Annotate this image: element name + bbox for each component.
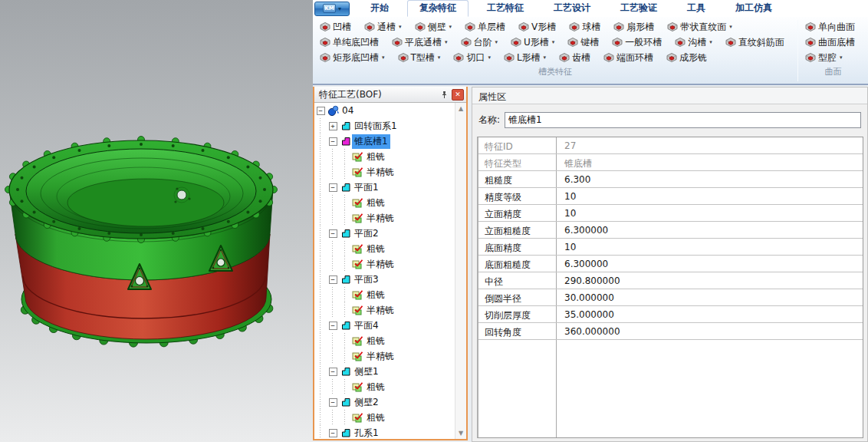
ribbon-button-平底通槽[interactable]: 平底通槽▾ (390, 35, 449, 50)
collapse-toggle[interactable]: − (327, 226, 339, 241)
pin-icon[interactable] (438, 89, 450, 101)
close-icon[interactable]: ✕ (452, 89, 464, 101)
ribbon-button-L形槽[interactable]: L形槽▾ (502, 51, 547, 65)
ribbon-button-型腔[interactable]: 型腔▾ (804, 51, 844, 65)
scroll-down-icon[interactable]: ▼ (459, 427, 463, 439)
ribbon-button-扇形槽[interactable]: 扇形槽 (612, 20, 656, 35)
property-row-底面精度[interactable]: 底面精度10 (478, 239, 863, 256)
dropdown-caret-icon: ▾ (399, 24, 402, 30)
dropdown-caret-icon: ▾ (445, 39, 448, 45)
properties-table: 特征ID27特征类型锥底槽粗糙度6.300精度等级10立面精度10立面粗糙度6.… (477, 137, 863, 438)
tree-item-侧壁2[interactable]: −侧壁2 (314, 394, 455, 410)
tree-item-锥底槽1[interactable]: −锥底槽1 (314, 134, 455, 149)
ribbon-button-曲面底槽[interactable]: 曲面底槽 (804, 35, 856, 50)
tab-复杂特征[interactable]: 复杂特征 (407, 0, 469, 17)
tree-item-侧壁1[interactable]: −侧壁1 (314, 364, 455, 379)
tree-item-label: 孔系1 (352, 426, 381, 440)
collapse-toggle[interactable]: − (327, 364, 339, 379)
ribbon-button-一般环槽[interactable]: 一般环槽 (610, 35, 663, 50)
feature-name-input[interactable] (505, 112, 861, 128)
tree-item-粗铣[interactable]: 粗铣 (314, 379, 455, 394)
tree-item-粗铣[interactable]: 粗铣 (314, 241, 455, 256)
tree-item-粗铣[interactable]: 粗铣 (314, 333, 455, 348)
feature-tree-panel: 特征工艺(BOF) ✕ −04+回转面系1−锥底槽1粗铣半精铣−平面1粗铣半精铣… (313, 87, 468, 440)
property-row-立面精度[interactable]: 立面精度10 (478, 205, 863, 222)
tree-item-孔系1[interactable]: −孔系1 (314, 425, 455, 439)
tab-加工仿真[interactable]: 加工仿真 (724, 0, 784, 17)
check-node-icon (351, 351, 364, 361)
tree-item-平面2[interactable]: −平面2 (314, 226, 455, 241)
ribbon-button-带状直纹面[interactable]: 带状直纹面▾ (666, 20, 734, 35)
collapse-toggle[interactable]: − (327, 318, 339, 333)
property-row-回转角度[interactable]: 回转角度360.000000 (478, 323, 863, 340)
ribbon-button-齿槽[interactable]: 齿槽 (557, 51, 592, 65)
tab-工具[interactable]: 工具 (676, 0, 717, 17)
ribbon-button-切口[interactable]: 切口▾ (452, 51, 492, 65)
ribbon-button-沟槽[interactable]: 沟槽▾ (673, 35, 714, 50)
3d-viewport[interactable] (0, 0, 313, 442)
property-value: 360.000000 (557, 323, 863, 339)
ribbon-button-单向曲面[interactable]: 单向曲面 (804, 20, 856, 35)
ribbon-button-单纯底凹槽[interactable]: 单纯底凹槽 (318, 35, 380, 50)
tree-item-半精铣[interactable]: 半精铣 (314, 210, 455, 226)
collapse-toggle[interactable]: − (327, 394, 339, 410)
tree-scrollbar[interactable]: ▲ ▼ (455, 103, 466, 439)
ribbon-button-矩形底凹槽[interactable]: 矩形底凹槽▾ (318, 51, 386, 65)
property-label: 特征ID (478, 137, 557, 153)
property-row-精度等级[interactable]: 精度等级10 (478, 188, 863, 205)
ribbon-button-单层槽[interactable]: 单层槽 (463, 20, 507, 35)
property-row-倒圆半径[interactable]: 倒圆半径30.000000 (478, 289, 863, 306)
ribbon-button-球槽[interactable]: 球槽 (567, 20, 602, 35)
tab-工艺特征[interactable]: 工艺特征 (475, 0, 535, 17)
expand-toggle[interactable]: + (327, 118, 339, 134)
ribbon-button-T型槽[interactable]: T型槽▾ (396, 51, 442, 65)
tree-item-平面3[interactable]: −平面3 (314, 272, 455, 287)
cyan-node-icon (339, 228, 352, 239)
ribbon-button-端面环槽[interactable]: 端面环槽 (602, 51, 655, 65)
application-menu-button[interactable]: KM ▾ (314, 2, 350, 16)
tree-item-回转面系1[interactable]: +回转面系1 (314, 118, 455, 134)
collapse-toggle[interactable]: − (327, 134, 339, 149)
tree-item-04[interactable]: −04 (314, 103, 455, 118)
ribbon-button-U形槽[interactable]: U形槽▾ (509, 35, 556, 50)
tree-item-半精铣[interactable]: 半精铣 (314, 348, 455, 364)
scroll-up-icon[interactable]: ▲ (459, 103, 463, 114)
collapse-toggle[interactable]: − (327, 180, 339, 195)
ribbon-button-通槽[interactable]: 通槽▾ (363, 20, 403, 35)
ribbon-button-键槽[interactable]: 键槽 (566, 35, 600, 50)
tab-工艺设计[interactable]: 工艺设计 (542, 0, 602, 17)
cyan-node-icon (339, 427, 352, 438)
ribbon-button-凹槽[interactable]: 凹槽 (318, 20, 353, 35)
tree-item-平面1[interactable]: −平面1 (314, 180, 455, 195)
property-row-粗糙度[interactable]: 粗糙度6.300 (478, 171, 863, 188)
ribbon-tab-bar: KM ▾ 开始复杂特征工艺特征工艺设计工艺验证工具加工仿真 (313, 0, 868, 17)
dropdown-caret-icon: ▾ (709, 39, 712, 45)
tree-item-粗铣[interactable]: 粗铣 (314, 195, 455, 210)
ribbon-button-台阶[interactable]: 台阶▾ (459, 35, 500, 50)
tab-工艺验证[interactable]: 工艺验证 (609, 0, 669, 17)
check-node-icon (351, 197, 364, 208)
ribbon-button-成形铣[interactable]: 成形铣 (665, 51, 709, 65)
tree-item-半精铣[interactable]: 半精铣 (314, 256, 455, 272)
property-row-中径[interactable]: 中径290.800000 (478, 272, 863, 289)
collapse-toggle[interactable]: − (327, 272, 339, 287)
feature-icon (805, 21, 816, 32)
tree-item-半精铣[interactable]: 半精铣 (314, 164, 455, 180)
tab-开始[interactable]: 开始 (359, 0, 400, 17)
tree-item-粗铣[interactable]: 粗铣 (314, 287, 455, 302)
property-row-立面粗糙度[interactable]: 立面粗糙度6.300000 (478, 222, 863, 239)
tree-item-半精铣[interactable]: 半精铣 (314, 302, 455, 318)
feature-icon (567, 37, 578, 48)
tree-item-粗铣[interactable]: 粗铣 (314, 410, 455, 425)
ribbon-button-V形槽[interactable]: V形槽 (517, 20, 557, 35)
dropdown-caret-icon: ▾ (382, 54, 385, 61)
property-row-底面粗糙度[interactable]: 底面粗糙度6.300000 (478, 256, 863, 272)
collapse-toggle[interactable]: − (327, 425, 339, 439)
tree-item-平面4[interactable]: −平面4 (314, 318, 455, 333)
collapse-toggle[interactable]: − (314, 103, 327, 118)
ribbon-button-侧壁[interactable]: 侧壁▾ (413, 20, 454, 35)
feature-tree: −04+回转面系1−锥底槽1粗铣半精铣−平面1粗铣半精铣−平面2粗铣半精铣−平面… (314, 103, 455, 439)
property-row-切削层厚度[interactable]: 切削层厚度35.000000 (478, 306, 863, 323)
tree-item-粗铣[interactable]: 粗铣 (314, 149, 455, 164)
ribbon-button-直纹斜筋面[interactable]: 直纹斜筋面 (724, 35, 786, 50)
